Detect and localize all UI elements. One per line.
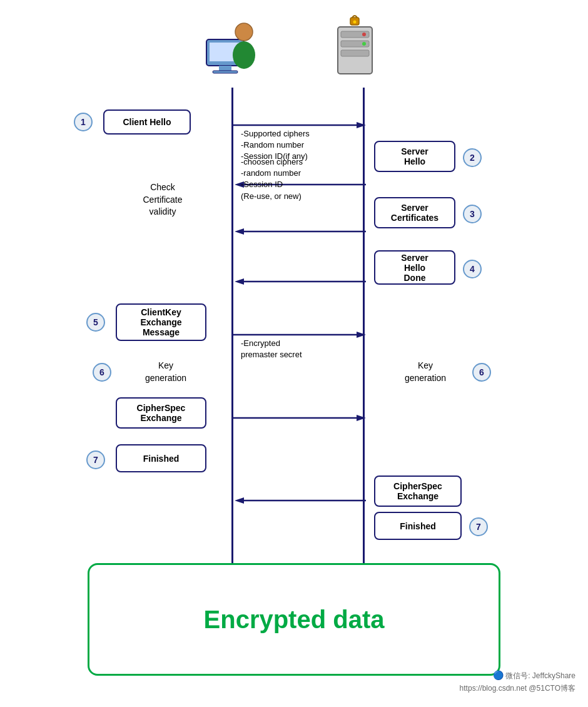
arrow-cipherspec	[231, 412, 366, 424]
cipherspec-client-box: CipherSpecExchange	[116, 397, 206, 429]
client-icon	[194, 13, 269, 81]
cipherspec-server-box: CipherSpecExchange	[374, 476, 462, 507]
step-6a-circle: 6	[93, 363, 111, 382]
svg-rect-10	[341, 50, 369, 56]
server-timeline	[363, 88, 365, 632]
client-key-exchange-box: ClientKeyExchangeMessage	[116, 303, 206, 341]
svg-marker-16	[357, 122, 366, 128]
key-gen-client-label: Keygeneration	[119, 360, 213, 384]
step-4-circle: 4	[463, 260, 482, 278]
arrow2-label: -choosen ciphers-random number-Session I…	[241, 156, 357, 202]
svg-rect-2	[219, 66, 231, 71]
svg-marker-24	[357, 332, 366, 338]
step-2-circle: 2	[463, 148, 482, 167]
encrypted-data-box: Encrypted data	[88, 563, 500, 676]
svg-marker-26	[357, 415, 366, 421]
arrow-server-cert	[235, 225, 366, 238]
server-icon	[319, 13, 394, 81]
watermark-line2: https://blog.csdn.net @51CTO博客	[460, 683, 575, 694]
key-gen-server-label: Keygeneration	[382, 360, 469, 384]
step-7a-circle: 7	[86, 450, 105, 469]
svg-point-11	[362, 33, 366, 36]
arrow-server-done	[235, 275, 366, 288]
server-cert-box: ServerCertificates	[374, 197, 455, 228]
step-7b-circle: 7	[469, 517, 488, 536]
check-cert-label: CheckCertificatevalidity	[113, 181, 213, 218]
watermark-line1: 🔵 微信号: JeffckyShare	[460, 668, 575, 682]
client-timeline	[231, 88, 233, 632]
svg-point-4	[235, 23, 253, 41]
client-hello-box: Client Hello	[103, 109, 191, 135]
step-5-circle: 5	[86, 313, 105, 332]
finished-client-box: Finished	[116, 444, 206, 472]
svg-point-12	[362, 42, 366, 46]
svg-rect-3	[213, 71, 238, 73]
diagram: Client Hello 1 -Supported ciphers-Random…	[0, 0, 588, 707]
server-hello-done-box: ServerHelloDone	[374, 250, 455, 285]
arrow-server-finished	[235, 494, 366, 507]
step-1-circle: 1	[74, 113, 93, 131]
svg-marker-22	[235, 278, 244, 285]
watermark: 🔵 微信号: JeffckyShare https://blog.csdn.ne…	[460, 668, 575, 694]
svg-point-14	[353, 20, 357, 23]
encrypted-data-label: Encrypted data	[204, 606, 385, 634]
svg-marker-28	[235, 497, 244, 504]
arrow5-label: -Encryptedpremaster secret	[241, 338, 357, 360]
server-hello-box: ServerHello	[374, 141, 455, 172]
step-6b-circle: 6	[472, 363, 491, 382]
step-3-circle: 3	[463, 205, 482, 223]
finished-server-box: Finished	[374, 512, 462, 540]
svg-marker-20	[235, 228, 244, 235]
